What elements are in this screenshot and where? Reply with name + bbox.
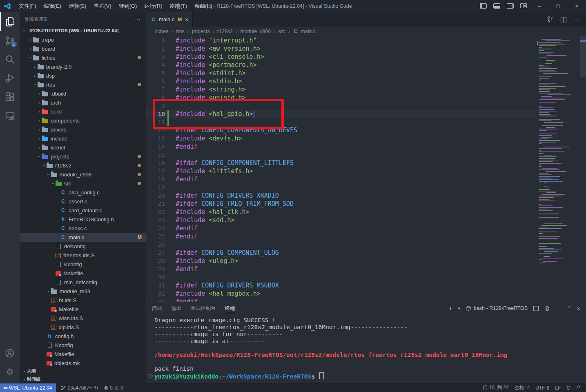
code-line-30[interactable]: 30 <box>146 273 580 281</box>
panel-tab-问题[interactable]: 问题 <box>152 302 162 314</box>
tab-close-icon[interactable]: × <box>185 16 188 23</box>
breadcrumb-segment[interactable]: projects <box>192 29 210 34</box>
tree-item-min-defconfig[interactable]: min_defconfig <box>20 278 146 287</box>
explorer-more-actions-icon[interactable]: ··· <box>134 16 141 22</box>
panel-tab-输出[interactable]: 输出 <box>171 302 181 314</box>
tree-item-makefile[interactable]: Makefile <box>20 350 146 359</box>
settings-gear-icon[interactable]: ⚙ <box>0 363 20 381</box>
toggle-panel-icon[interactable] <box>493 3 500 9</box>
breadcrumb-segment[interactable]: main.c <box>301 29 316 34</box>
tab-main-c[interactable]: C main.c M × <box>146 12 193 27</box>
tree-item-rtos[interactable]: ›rtos <box>20 80 146 89</box>
code-line-7[interactable]: 7#include <string.h> <box>146 85 580 94</box>
sidebar-section-时间线[interactable]: ›时间线 <box>20 375 146 383</box>
tree-item-bt.lds.s[interactable]: 1001bt.lds.S <box>20 296 146 305</box>
tree-item-components[interactable]: ›components <box>20 116 146 125</box>
breadcrumb-segment[interactable]: rtos <box>176 29 185 34</box>
breadcrumb-segment[interactable]: src <box>278 29 285 34</box>
minimap[interactable] <box>537 36 580 302</box>
maximize-panel-chevron-icon[interactable]: ⌃ <box>567 305 571 311</box>
customize-layout-icon[interactable] <box>520 3 526 9</box>
code-line-3[interactable]: 3#include <cli_console.h> <box>146 53 580 61</box>
tree-item-assert.c[interactable]: Cassert.c <box>20 197 146 206</box>
source-control-icon[interactable]: 1 <box>0 31 20 50</box>
code-line-5[interactable]: 5#include <stdint.h> <box>146 69 580 77</box>
code-line-16[interactable]: 16#ifdef CONFIG_COMPONENT_LITTLEFS <box>146 159 580 167</box>
tree-item-card-default.c[interactable]: Ccard_default.c <box>20 206 146 215</box>
tree-item-lichee[interactable]: ›lichee <box>20 53 146 62</box>
terminal-instance-label[interactable]: bash - R128-FreeRTOS <box>474 305 528 311</box>
tree-item-wlan.lds.s[interactable]: 1001wlan.lds.S <box>20 314 146 323</box>
tree-item-freertos.lds.s[interactable]: 1001freertos.lds.S <box>20 251 146 260</box>
code-line-24[interactable]: 24#endif <box>146 224 580 232</box>
cursor-position-item[interactable]: 行 10, 列 22 <box>480 383 512 392</box>
tree-item-main.c[interactable]: Cmain.cM <box>20 233 146 242</box>
tree-item-freertosconfig.h[interactable]: hFreeRTOSConfig.h <box>20 215 146 224</box>
panel-tab-终端[interactable]: 终端 <box>225 302 235 314</box>
code-line-2[interactable]: 2#include <aw_version.h> <box>146 45 580 53</box>
code-line-4[interactable]: 4#include <portmacro.h> <box>146 61 580 69</box>
code-line-31[interactable]: 31#ifdef CONFIG_DRIVERS_MSGBOX <box>146 281 580 290</box>
tree-item-defconfig[interactable]: defconfig <box>20 242 146 251</box>
indentation-item[interactable]: 空格: 4 <box>512 383 533 392</box>
tree-item-xip.lds.s[interactable]: 1001xip.lds.S <box>20 323 146 332</box>
menu-item[interactable]: 转到(G) <box>115 0 141 12</box>
code-line-15[interactable]: 15 <box>146 151 580 159</box>
code-line-33[interactable]: 33#endif <box>146 298 580 302</box>
extensions-icon[interactable] <box>0 87 20 106</box>
search-icon[interactable] <box>0 50 20 69</box>
code-line-25[interactable]: 25#endif <box>146 232 580 241</box>
new-terminal-icon[interactable]: + <box>448 304 452 312</box>
breadcrumb-segment[interactable]: lichee <box>155 29 169 34</box>
kill-terminal-trash-icon[interactable] <box>544 305 550 312</box>
open-changes-icon[interactable] <box>547 16 554 23</box>
tree-item-projects[interactable]: ›projects <box>20 152 146 161</box>
tree-item-src[interactable]: ›src <box>20 179 146 188</box>
tree-item-board[interactable]: ›board <box>20 44 146 53</box>
code-line-17[interactable]: 17#include <littlefs.h> <box>146 167 580 175</box>
tree-item-makefile[interactable]: Makefile <box>20 305 146 314</box>
panel-more-actions-icon[interactable]: ··· <box>555 305 562 312</box>
accounts-icon[interactable] <box>0 344 20 363</box>
git-branch-item[interactable]: 13a47b87+ ↻ <box>58 383 101 392</box>
tree-item-dsp[interactable]: ›dsp <box>20 71 146 80</box>
encoding-item[interactable]: UTF-8 <box>533 383 552 392</box>
tree-item-module-m33[interactable]: ›module_m33 <box>20 287 146 296</box>
remote-explorer-icon[interactable] <box>0 106 20 125</box>
tree-item-.dbuild[interactable]: ›.dbuild <box>20 89 146 98</box>
code-line-13[interactable]: 13#include <devfs.h> <box>146 134 580 143</box>
code-line-18[interactable]: 18#endif <box>146 175 580 183</box>
toggle-sidebar-icon[interactable] <box>480 3 487 9</box>
tree-item-objects.mk[interactable]: objects.mk <box>20 359 146 367</box>
run-debug-icon[interactable] <box>0 69 20 87</box>
sidebar-section-大纲[interactable]: ›大纲 <box>20 367 146 375</box>
menu-item[interactable]: 查看(V) <box>90 0 115 12</box>
panel-tab-调试控制台[interactable]: 调试控制台 <box>190 302 216 314</box>
tree-item-hooks.c[interactable]: Chooks.c <box>20 224 146 233</box>
remote-indicator[interactable]: >< WSL: Ubuntu-22.04 <box>0 383 56 392</box>
notifications-bell-icon[interactable] <box>573 383 586 392</box>
close-panel-icon[interactable]: × <box>577 305 580 312</box>
breadcrumb-segment[interactable]: r128s2 <box>217 29 233 34</box>
close-window-button[interactable]: × <box>567 0 586 12</box>
editor-more-actions-icon[interactable]: ··· <box>573 16 580 23</box>
code-line-22[interactable]: 22#include <hal_clk.h> <box>146 208 580 216</box>
terminal-output[interactable]: Dragon execute image.cfg SUCCESS !------… <box>146 314 586 383</box>
tree-item-makefile[interactable]: Makefile <box>20 269 146 278</box>
problems-item[interactable]: ⊗ 0 ⚠ 0 <box>101 383 126 392</box>
tree-item-brandy-2.0[interactable]: ›brandy-2.0 <box>20 62 146 71</box>
tree-item-kconfig[interactable]: Kconfig <box>20 341 146 350</box>
tree-item-r128s2[interactable]: ›r128s2 <box>20 161 146 170</box>
code-line-14[interactable]: 14#endif <box>146 143 580 151</box>
sync-icon[interactable]: ↻ <box>94 385 98 391</box>
toggle-secondary-sidebar-icon[interactable] <box>507 3 514 9</box>
language-mode-item[interactable]: C <box>564 383 573 392</box>
minimize-button[interactable]: − <box>530 0 548 12</box>
tree-item-build[interactable]: ›build <box>20 107 146 116</box>
tree-item-config.h[interactable]: hconfig.h <box>20 332 146 341</box>
code-line-23[interactable]: 23#include <sdd.h> <box>146 216 580 224</box>
menu-item[interactable]: 选择(S) <box>65 0 90 12</box>
tree-item-r128-freertos-wsl-ubuntu-22.04-[interactable]: ›R128-FREERTOS [WSL: UBUNTU-22.04] <box>20 26 146 35</box>
code-line-32[interactable]: 32#include <hal_msgbox.h> <box>146 290 580 298</box>
terminal-dropdown-chevron-icon[interactable]: ▾ <box>458 306 460 311</box>
